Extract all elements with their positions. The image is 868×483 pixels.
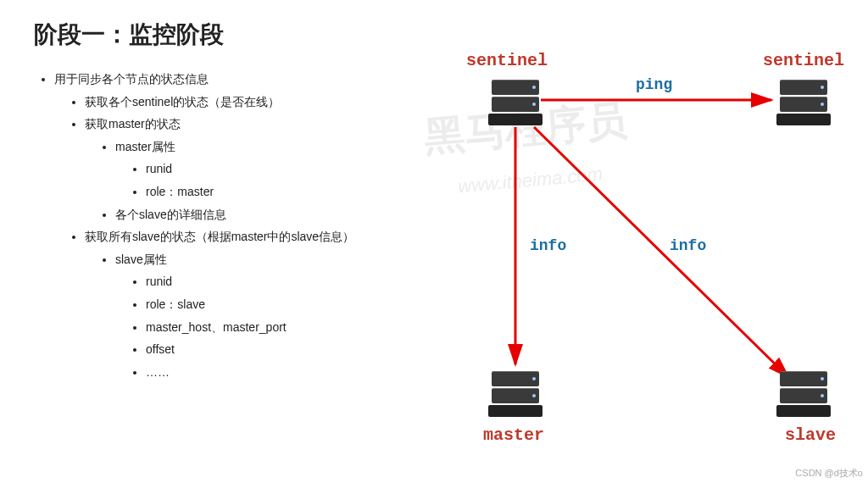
architecture-diagram: sentinel sentinel master slave ping info…	[424, 42, 865, 466]
node-label-sentinel1: sentinel	[466, 51, 548, 70]
node-label-master: master	[483, 425, 544, 445]
list-item: slave属性 runid role：slave master_host、mas…	[115, 248, 407, 384]
node-label-sentinel2: sentinel	[763, 51, 844, 70]
edge-label-ping: ping	[636, 76, 672, 93]
list-item: runid	[146, 158, 407, 180]
server-icon	[780, 371, 827, 419]
page-title: 阶段一：监控阶段	[34, 19, 224, 51]
bullet-text: slave属性	[115, 253, 167, 266]
bullet-text: 获取master的状态	[85, 117, 181, 130]
bullet-text: 用于同步各个节点的状态信息	[54, 72, 209, 86]
credit-text: CSDN @d技术o	[795, 467, 863, 480]
server-icon	[492, 80, 539, 127]
list-item: ……	[146, 361, 407, 384]
list-item: 各个slave的详细信息	[115, 203, 407, 226]
list-item: role：slave	[146, 293, 407, 316]
bullet-text: master属性	[115, 140, 175, 153]
server-icon	[492, 371, 539, 419]
list-item: role：master	[146, 180, 407, 203]
svg-line-2	[534, 127, 788, 377]
list-item: master_host、master_port	[146, 316, 407, 339]
list-item: 用于同步各个节点的状态信息 获取各个sentinel的状态（是否在线） 获取ma…	[54, 68, 407, 383]
bullet-list: 用于同步各个节点的状态信息 获取各个sentinel的状态（是否在线） 获取ma…	[34, 68, 407, 383]
edge-label-info2: info	[670, 237, 706, 254]
edge-label-info1: info	[530, 237, 566, 254]
list-item: 获取master的状态 master属性 runid role：master 各…	[85, 113, 407, 225]
list-item: offset	[146, 338, 407, 361]
list-item: 获取各个sentinel的状态（是否在线）	[85, 91, 407, 114]
list-item: 获取所有slave的状态（根据master中的slave信息） slave属性 …	[85, 225, 407, 383]
bullet-text: 获取所有slave的状态（根据master中的slave信息）	[85, 230, 354, 243]
node-label-slave: slave	[785, 425, 836, 445]
list-item: runid	[146, 270, 407, 293]
list-item: master属性 runid role：master	[115, 136, 407, 203]
server-icon	[780, 80, 827, 127]
